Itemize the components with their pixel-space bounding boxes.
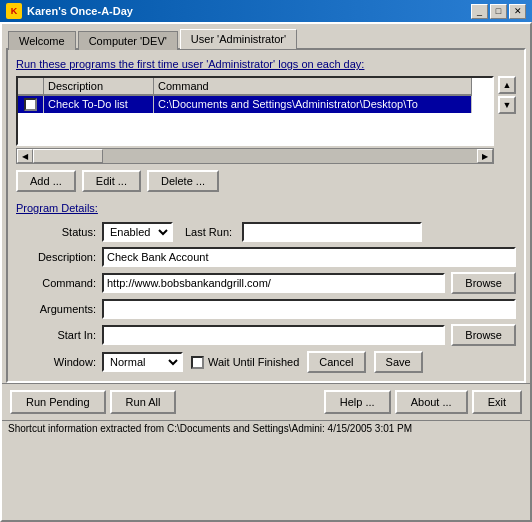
v-scroll-down-btn[interactable]: ▼ — [498, 96, 516, 114]
h-scroll-left-btn[interactable]: ◀ — [17, 149, 33, 163]
minimize-button[interactable]: _ — [471, 4, 488, 19]
start-in-row: Browse — [102, 324, 516, 346]
start-in-browse-button[interactable]: Browse — [451, 324, 516, 346]
description-input[interactable] — [102, 247, 516, 267]
window-select[interactable]: Normal Minimized Maximized — [102, 352, 183, 372]
run-pending-button[interactable]: Run Pending — [10, 390, 106, 414]
save-button[interactable]: Save — [374, 351, 423, 373]
status-bar: Shortcut information extracted from C:\D… — [2, 420, 530, 436]
arguments-input[interactable] — [102, 299, 516, 319]
app-title: Karen's Once-A-Day — [27, 5, 133, 17]
h-scrollbar[interactable]: ◀ ▶ — [16, 148, 494, 164]
program-details-form: Status: Enabled Disabled Last Run: Descr… — [16, 222, 516, 373]
row-checkbox-col[interactable]: ✓ — [18, 96, 44, 113]
v-scroll-buttons: ▲ ▼ — [498, 76, 516, 170]
close-button[interactable]: ✕ — [509, 4, 526, 19]
exit-button[interactable]: Exit — [472, 390, 522, 414]
table-header: Description Command — [18, 78, 472, 96]
wait-finished-label[interactable]: Wait Until Finished — [191, 356, 299, 369]
window-row: Normal Minimized Maximized Wait Until Fi… — [102, 351, 516, 373]
window-label: Window: — [16, 356, 96, 368]
table-action-buttons: Add ... Edit ... Delete ... — [16, 170, 516, 192]
program-details-title: Program Details: — [16, 202, 516, 214]
last-run-input[interactable] — [242, 222, 422, 242]
v-scroll-up-btn[interactable]: ▲ — [498, 76, 516, 94]
col-header-description: Description — [44, 78, 154, 95]
tab-strip: Welcome Computer 'DEV' User 'Administrat… — [2, 24, 530, 48]
start-in-input[interactable] — [102, 325, 445, 345]
about-button[interactable]: About ... — [395, 390, 468, 414]
run-all-button[interactable]: Run All — [110, 390, 177, 414]
row-checkbox[interactable]: ✓ — [24, 98, 37, 111]
arguments-label: Arguments: — [16, 303, 96, 315]
command-browse-button[interactable]: Browse — [451, 272, 516, 294]
status-text: Shortcut information extracted from C:\D… — [8, 423, 412, 434]
start-in-label: Start In: — [16, 329, 96, 341]
tab-content: Run these programs the first time user '… — [6, 48, 526, 383]
h-scroll-right-btn[interactable]: ▶ — [477, 149, 493, 163]
instructions-text: Run these programs the first time user '… — [16, 58, 516, 70]
table-wrapper: Description Command ✓ Check To-Do list C… — [16, 76, 516, 170]
help-button[interactable]: Help ... — [324, 390, 391, 414]
wait-finished-checkbox[interactable] — [191, 356, 204, 369]
wait-finished-text: Wait Until Finished — [208, 356, 299, 368]
delete-button[interactable]: Delete ... — [147, 170, 219, 192]
main-window: Welcome Computer 'DEV' User 'Administrat… — [0, 22, 532, 522]
status-select[interactable]: Enabled Disabled — [102, 222, 173, 242]
col-header-check — [18, 78, 44, 95]
command-label: Command: — [16, 277, 96, 289]
h-scroll-track[interactable] — [33, 149, 477, 163]
app-icon: K — [6, 3, 22, 19]
maximize-button[interactable]: □ — [490, 4, 507, 19]
command-input[interactable] — [102, 273, 445, 293]
tab-computer-dev[interactable]: Computer 'DEV' — [78, 31, 178, 50]
col-header-command: Command — [154, 78, 472, 95]
row-description: Check To-Do list — [44, 96, 154, 113]
cancel-button[interactable]: Cancel — [307, 351, 365, 373]
table-row[interactable]: ✓ Check To-Do list C:\Documents and Sett… — [18, 96, 472, 113]
edit-button[interactable]: Edit ... — [82, 170, 141, 192]
title-bar-buttons: _ □ ✕ — [471, 4, 526, 19]
table-inner: Description Command ✓ Check To-Do list C… — [16, 76, 494, 170]
arguments-row — [102, 299, 516, 319]
add-button[interactable]: Add ... — [16, 170, 76, 192]
description-label: Description: — [16, 251, 96, 263]
row-command: C:\Documents and Settings\Administrator\… — [154, 96, 472, 113]
last-run-label: Last Run: — [185, 226, 232, 238]
command-row: Browse — [102, 272, 516, 294]
tab-user-admin[interactable]: User 'Administrator' — [180, 29, 297, 49]
status-row: Enabled Disabled Last Run: — [102, 222, 516, 242]
table-scroll-area: Description Command ✓ Check To-Do list C… — [18, 78, 472, 144]
data-table: Description Command ✓ Check To-Do list C… — [16, 76, 494, 146]
bottom-bar: Run Pending Run All Help ... About ... E… — [2, 383, 530, 420]
title-bar: K Karen's Once-A-Day _ □ ✕ — [0, 0, 532, 22]
h-scroll-thumb[interactable] — [33, 149, 103, 163]
status-label: Status: — [16, 226, 96, 238]
description-row — [102, 247, 516, 267]
tab-welcome[interactable]: Welcome — [8, 31, 76, 50]
